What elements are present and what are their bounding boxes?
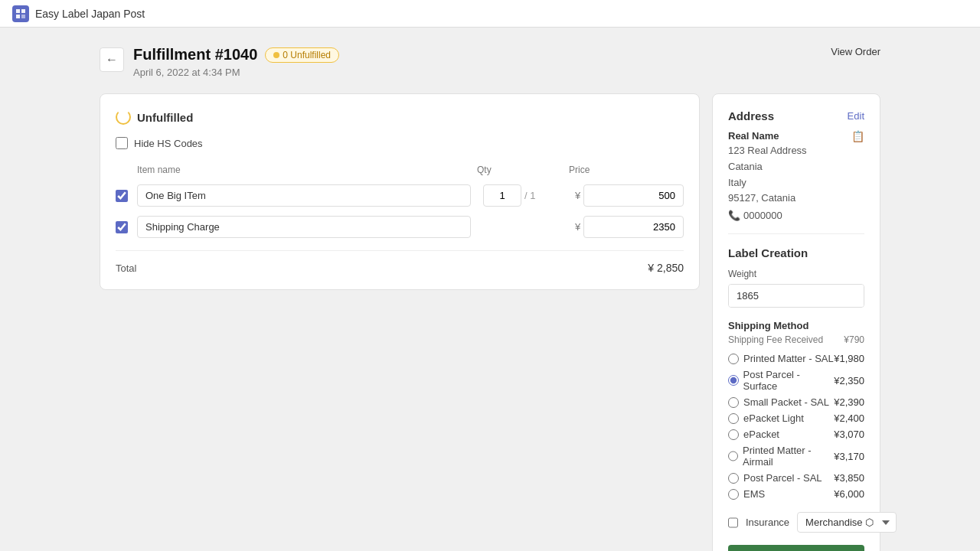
view-order-link[interactable]: View Order	[831, 46, 880, 57]
option-epacket[interactable]: ePacket ¥3,070	[728, 429, 864, 440]
page-title: Fulfillment #1040	[133, 46, 257, 64]
topbar: Easy Label Japan Post	[0, 0, 980, 28]
hide-hs-checkbox[interactable]	[116, 137, 128, 149]
app-logo: Easy Label Japan Post	[12, 5, 145, 22]
table-row: ¥	[116, 211, 684, 243]
option-post-parcel-sal[interactable]: Post Parcel - SAL ¥3,850	[728, 472, 864, 484]
svg-rect-0	[16, 9, 20, 13]
spinner-icon	[116, 109, 131, 125]
row2-name-input[interactable]	[137, 216, 471, 238]
create-label-button[interactable]: Create Label	[728, 545, 864, 551]
row1-name-input[interactable]	[137, 184, 471, 207]
option-price-epacket-light: ¥2,400	[834, 412, 864, 424]
table-header: Item name Qty Price	[116, 160, 684, 180]
option-ems[interactable]: EMS ¥6,000	[728, 488, 864, 500]
total-row: Total ¥ 2,850	[116, 250, 684, 274]
right-panel: Address Edit Real Name 123 Real Address …	[712, 93, 880, 551]
option-printed-matter-airmail[interactable]: Printed Matter - Airmail ¥3,170	[728, 445, 864, 468]
col-qty-header: Qty	[477, 165, 569, 175]
page-header: ← Fulfillment #1040 0 Unfulfilled April …	[100, 46, 880, 78]
total-value: ¥ 2,850	[648, 262, 684, 274]
option-label-printed-matter-airmail: Printed Matter - Airmail	[743, 445, 834, 468]
row1-name-cell	[137, 184, 477, 207]
row2-checkbox[interactable]	[116, 221, 128, 233]
radio-printed-matter-sal[interactable]	[728, 354, 739, 364]
row2-price-cell: ¥	[569, 216, 684, 238]
items-table: Item name Qty Price / 1 ¥	[116, 160, 684, 243]
back-button[interactable]: ←	[100, 47, 124, 72]
option-price-post-parcel-surface: ¥2,350	[834, 375, 864, 386]
radio-small-packet-sal[interactable]	[728, 397, 739, 408]
row1-price-cell: ¥	[569, 184, 684, 207]
option-label-ems: EMS	[743, 488, 765, 500]
option-post-parcel-surface[interactable]: Post Parcel - Surface ¥2,350	[728, 369, 864, 392]
app-name: Easy Label Japan Post	[35, 8, 145, 20]
option-small-packet-sal[interactable]: Small Packet - SAL ¥2,390	[728, 396, 864, 408]
shipping-method-title: Shipping Method	[728, 320, 864, 331]
main-content: ← Fulfillment #1040 0 Unfulfilled April …	[69, 28, 911, 551]
radio-post-parcel-surface[interactable]	[728, 375, 739, 386]
phone-icon: 📞	[728, 210, 740, 221]
address-line1: 123 Real Address	[728, 143, 807, 159]
merchandise-select[interactable]: Merchandise ⬡ Gift Document Other	[797, 512, 897, 533]
radio-epacket-light[interactable]	[728, 413, 739, 424]
option-label-post-parcel-surface: Post Parcel - Surface	[743, 369, 835, 392]
address-phone: 📞 0000000	[728, 210, 807, 221]
row1-yen-prefix: ¥	[575, 190, 580, 201]
address-header: Address Edit	[728, 109, 864, 122]
address-title: Address	[728, 109, 774, 122]
phone-number: 0000000	[743, 210, 782, 221]
shipping-fee-value: ¥790	[844, 334, 864, 345]
badge-dot	[273, 52, 279, 58]
svg-rect-3	[21, 15, 25, 18]
radio-epacket[interactable]	[728, 429, 739, 440]
row2-price-input[interactable]	[583, 216, 684, 238]
option-label-printed-matter-sal: Printed Matter - SAL	[743, 353, 834, 364]
option-epacket-light[interactable]: ePacket Light ¥2,400	[728, 412, 864, 424]
weight-label: Weight	[728, 269, 864, 279]
row2-yen-prefix: ¥	[575, 221, 580, 233]
hide-hs-label[interactable]: Hide HS Codes	[134, 138, 203, 149]
insurance-row: Insurance Merchandise ⬡ Gift Document Ot…	[728, 512, 864, 533]
page-header-left: ← Fulfillment #1040 0 Unfulfilled April …	[100, 46, 339, 78]
radio-printed-matter-airmail[interactable]	[728, 451, 738, 461]
option-label-post-parcel-sal: Post Parcel - SAL	[743, 472, 822, 484]
page-title-row: Fulfillment #1040 0 Unfulfilled	[133, 46, 339, 64]
option-price-small-packet-sal: ¥2,390	[834, 396, 864, 408]
weight-input[interactable]	[729, 285, 864, 307]
weight-row: g	[728, 284, 864, 308]
section-header: Unfulfilled	[116, 109, 684, 125]
option-price-printed-matter-airmail: ¥3,170	[834, 451, 864, 462]
insurance-label[interactable]: Insurance	[746, 517, 789, 528]
insurance-checkbox[interactable]	[728, 517, 738, 528]
col-item-header: Item name	[137, 165, 477, 175]
address-name: Real Name 123 Real Address Catania Italy…	[728, 130, 807, 221]
copy-icon[interactable]: 📋	[851, 130, 864, 142]
row1-price-input[interactable]	[583, 184, 684, 207]
label-creation-title: Label Creation	[728, 246, 864, 259]
edit-link[interactable]: Edit	[848, 110, 864, 122]
address-city: Catania	[728, 159, 807, 175]
badge-label: 0 Unfulfilled	[283, 50, 331, 60]
table-row: / 1 ¥	[116, 180, 684, 211]
shipping-fee-received: Shipping Fee Received ¥790	[728, 334, 864, 345]
option-label-epacket: ePacket	[743, 429, 779, 440]
divider	[728, 233, 864, 234]
radio-post-parcel-sal[interactable]	[728, 473, 739, 484]
address-section: Address Edit Real Name 123 Real Address …	[728, 109, 864, 221]
option-price-printed-matter-sal: ¥1,980	[834, 353, 864, 364]
option-printed-matter-sal[interactable]: Printed Matter - SAL ¥1,980	[728, 353, 864, 364]
unfulfilled-title: Unfulfilled	[137, 111, 193, 124]
row1-qty-input[interactable]	[483, 184, 521, 207]
page-title-block: Fulfillment #1040 0 Unfulfilled April 6,…	[133, 46, 339, 78]
page-subtitle: April 6, 2022 at 4:34 PM	[133, 67, 339, 78]
hide-hs-row: Hide HS Codes	[116, 137, 684, 149]
option-label-epacket-light: ePacket Light	[743, 412, 804, 424]
row1-checkbox[interactable]	[116, 190, 128, 202]
left-panel: Unfulfilled Hide HS Codes Item name Qty …	[100, 93, 700, 290]
shipping-options: Printed Matter - SAL ¥1,980 Post Parcel …	[728, 353, 864, 500]
row2-name-cell	[137, 216, 477, 238]
option-label-small-packet-sal: Small Packet - SAL	[743, 396, 829, 408]
logo-icon	[12, 5, 29, 22]
radio-ems[interactable]	[728, 489, 739, 500]
